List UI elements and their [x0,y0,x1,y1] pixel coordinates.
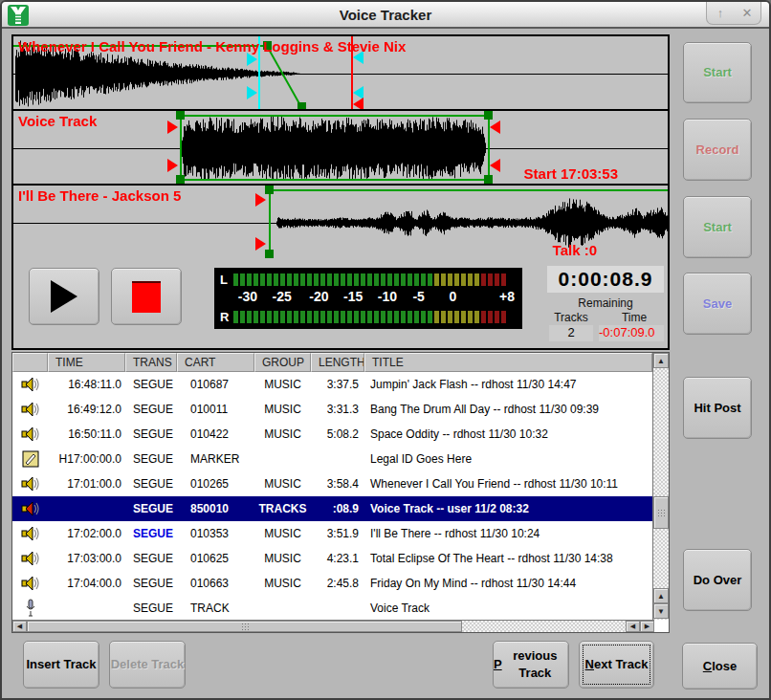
column-header-title[interactable]: TITLE [364,353,652,372]
record-button[interactable]: Record [683,119,752,181]
cell-length: 3:51.9 [311,521,364,546]
start-marker-icon[interactable] [167,159,178,172]
column-header-group[interactable]: GROUP [254,353,311,372]
cell-group: MUSIC [254,521,311,546]
save-button[interactable]: Save [683,273,752,335]
log-row[interactable]: 17:03:00.0SEGUE010625MUSIC4:23.1Total Ec… [12,546,652,571]
end-marker-icon[interactable] [353,98,363,111]
cell-cart: 010625 [177,546,254,571]
column-header-icon[interactable] [12,353,48,372]
next-track-button[interactable]: Next Track [579,641,654,689]
waveform-panel-voice-track[interactable]: Voice Track Start 17:03:53 [13,111,668,186]
horizontal-scroll-thumb[interactable] [27,621,462,632]
cell-length: 3:37.5 [311,372,364,397]
close-button[interactable]: Close [682,643,758,689]
fade-handle-icon[interactable] [297,102,306,111]
speaker-icon [21,401,40,418]
cell-length [311,596,364,621]
log-row[interactable]: 17:01:00.0SEGUE010265MUSIC3:58.4Whenever… [12,471,652,496]
meter-scale: -30-25-20-15-10-50+8 [233,289,518,306]
scroll-left-icon[interactable] [626,621,640,632]
log-row[interactable]: H17:00:00.0SEGUEMARKERLegal ID Goes Here [12,447,652,471]
start-next-button[interactable]: Start [683,196,752,258]
meter-scale-tick: -5 [412,289,424,304]
cell-trans: SEGUE [125,372,177,397]
horizontal-scrollbar[interactable] [12,620,654,632]
scroll-down-icon[interactable] [653,603,669,619]
scroll-left-icon[interactable] [12,621,27,632]
cell-group: MUSIC [254,571,311,596]
cell-length: 3:58.4 [311,471,364,496]
column-header-trans[interactable]: TRANS [125,353,177,372]
title-bar: Voice Tracker [2,2,769,29]
scroll-up-icon[interactable] [653,353,669,368]
delete-track-button[interactable]: Delete Track [109,641,186,689]
table-body: 16:48:11.0SEGUE010687MUSIC3:37.5Jumpin' … [12,372,669,621]
table-header: TIMETRANSCARTGROUPLENGTHTITLE [12,353,652,372]
cell-time [48,496,125,521]
play-button[interactable] [29,268,99,325]
end-marker-icon[interactable] [490,159,500,172]
segue-marker-icon[interactable] [247,86,257,99]
speaker-icon [21,426,40,443]
cell-group: TRACKS [254,496,311,521]
do-over-button[interactable]: Do Over [683,549,752,611]
waveform-panel-after-track[interactable]: I'll Be There - Jackson 5 Talk :0 [13,186,668,260]
cell-length [311,447,364,471]
speaker-red-icon [21,500,40,517]
column-header-time[interactable]: TIME [48,353,125,372]
hit-post-button[interactable]: Hit Post [683,377,752,439]
cell-time: 16:50:11.0 [48,422,125,447]
segue-marker-icon[interactable] [247,53,257,66]
region-handle-icon[interactable] [484,111,493,120]
cell-time: 17:04:00.0 [48,571,125,596]
remaining-tracks-label: Tracks [541,311,601,324]
insert-track-button[interactable]: Insert Track [23,641,99,689]
meter-scale-tick: -25 [273,289,292,304]
close-window-icon[interactable] [738,5,757,22]
log-row[interactable]: 16:49:12.0SEGUE010011MUSIC3:31.3Bang The… [12,397,652,422]
column-header-length[interactable]: LENGTH [311,353,364,372]
vertical-scrollbar[interactable] [652,353,669,620]
start-marker-icon[interactable] [255,237,266,251]
waveform-panel-before-track[interactable]: Whenever I Call You Friend - Kenny Loggi… [13,36,668,111]
cell-title: Space Oddity -- rdhost 11/30 10:32 [364,422,652,447]
region-handle-icon[interactable] [265,250,274,258]
cell-title: Whenever I Call You Friend -- rdhost 11/… [364,471,652,496]
log-row[interactable]: 16:50:11.0SEGUE010422MUSIC5:08.2Space Od… [12,422,652,447]
play-icon [51,280,77,313]
cell-cart: MARKER [177,447,254,471]
talk-time-label: Talk :0 [553,242,597,258]
horizontal-scroll-track[interactable] [462,621,626,632]
log-row-selected[interactable]: SEGUE850010TRACKS:08.9Voice Track -- use… [12,496,652,521]
cell-group: MUSIC [254,546,311,571]
meter-scale-tick: -20 [309,289,328,304]
log-row[interactable]: 16:48:11.0SEGUE010687MUSIC3:37.5Jumpin' … [12,372,652,397]
cell-trans: SEGUE [125,596,177,621]
stop-button[interactable] [111,268,182,325]
vertical-scroll-thumb[interactable] [653,496,669,529]
previous-track-button[interactable]: Previous Track [493,641,569,689]
remaining-tracks-value: 2 [549,325,593,341]
remaining-label: Remaining [547,296,664,310]
start-marker-icon[interactable] [255,193,266,207]
region-handle-icon[interactable] [484,175,493,184]
log-row[interactable]: 17:02:00.0SEGUE010353MUSIC3:51.9I'll Be … [12,521,652,546]
voice-region-left-line [180,115,182,181]
shade-window-icon[interactable] [711,5,730,22]
region-handle-icon[interactable] [265,186,274,194]
log-row[interactable]: 17:04:00.0SEGUE010663MUSIC2:45.8Friday O… [12,571,652,596]
start-marker-icon[interactable] [167,120,178,134]
vertical-scroll-track[interactable] [653,368,669,588]
log-row[interactable]: SEGUETRACKVoice Track [12,596,652,621]
start-segue-button[interactable]: Start [683,42,752,103]
scroll-right-icon[interactable] [640,621,654,632]
cell-length: 2:45.8 [311,571,364,596]
cell-time: 17:03:00.0 [48,546,125,571]
region-handle-icon[interactable] [176,111,185,120]
column-header-cart[interactable]: CART [177,353,254,372]
region-handle-icon[interactable] [176,175,185,184]
cell-group [254,447,311,471]
scroll-up-icon[interactable] [653,588,669,603]
end-marker-icon[interactable] [490,120,500,134]
